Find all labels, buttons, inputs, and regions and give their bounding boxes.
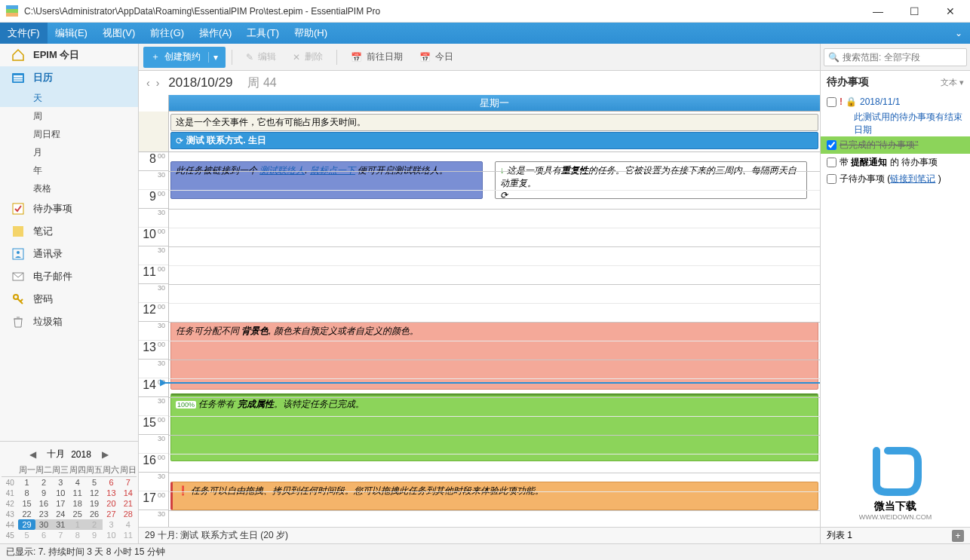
pencil-icon: ✎	[246, 52, 253, 63]
goto-date-button[interactable]: 📅前往日期	[343, 47, 410, 68]
event-completed[interactable]: 100% 任务带有 完成属性。该特定任务已完成。	[170, 393, 818, 461]
watermark: 微当下载 WWW.WEIDOWN.COM	[821, 188, 970, 527]
date-navigation: ‹› 2018/10/29 周 44	[139, 71, 820, 95]
minimize-button[interactable]: —	[864, 2, 892, 20]
search-bar: 🔍	[821, 44, 970, 71]
svg-point-10	[17, 251, 20, 254]
menu-tools[interactable]: 工具(T)	[239, 23, 287, 44]
toolbar: ＋ 创建预约 ▾ ✎编辑 ✕删除 📅前往日期 📅今日	[139, 44, 820, 71]
next-day-icon[interactable]: ›	[156, 77, 160, 89]
home-icon	[11, 47, 26, 63]
today-button[interactable]: 📅今日	[412, 47, 461, 68]
menu-goto[interactable]: 前往(G)	[143, 23, 192, 44]
titlebar: C:\Users\Administrator\AppData\Roaming\E…	[0, 0, 970, 23]
nav-trash[interactable]: 垃圾箱	[0, 311, 138, 333]
close-button[interactable]: ✕	[937, 2, 964, 20]
plus-icon: ＋	[151, 50, 160, 63]
nav-sub-schedule[interactable]: 周日程	[0, 125, 138, 143]
nav-epim-today[interactable]: EPIM 今日	[0, 44, 138, 66]
event-draggable[interactable]: ❗ 任务可以自由拖拽、拷贝到任何时间段。您可以拖拽此任务到其他时段来体验此项功能…	[170, 482, 818, 510]
event-recurring[interactable]: ↓ 这是一项具有重复性的任务。它被设置为在接下来的三周内、每隔两天自动重复。⟳	[495, 161, 807, 199]
calendar-icon	[11, 70, 26, 85]
nav-calendar[interactable]: 日历	[0, 66, 138, 89]
recur-down-icon: ↓	[500, 165, 507, 176]
svg-rect-1	[6, 9, 18, 13]
svg-rect-8	[13, 226, 23, 237]
priority-icon: !	[840, 96, 843, 109]
todo-checkbox[interactable]	[827, 174, 836, 184]
nav-sub-month[interactable]: 月	[0, 143, 138, 161]
nav-sub-day[interactable]: 天	[0, 89, 138, 107]
week-number: 周 44	[247, 75, 276, 91]
nav-contacts[interactable]: 通讯录	[0, 243, 138, 265]
nav-password[interactable]: 密码	[0, 288, 138, 311]
calendar-goto-icon: 📅	[351, 52, 362, 63]
nav-notes[interactable]: 笔记	[0, 220, 138, 243]
menu-file[interactable]: 文件(F)	[0, 23, 48, 44]
search-icon: 🔍	[828, 52, 840, 63]
svg-rect-2	[6, 13, 18, 17]
nav-sub-week[interactable]: 周	[0, 107, 138, 125]
calendar-today-icon: 📅	[419, 52, 431, 63]
key-icon	[11, 292, 26, 307]
todo-checkbox[interactable]	[827, 97, 836, 107]
right-panel: 🔍 待办事项 文本 ▾ ! 🔒 2018/11/1 此测试用的待办事项有结束日期…	[821, 44, 970, 543]
menubar: 文件(F) 编辑(E) 视图(V) 前往(G) 操作(A) 工具(T) 帮助(H…	[0, 23, 970, 44]
note-link[interactable]: 链接到笔记	[890, 173, 935, 184]
menu-help[interactable]: 帮助(H)	[287, 23, 335, 44]
mail-icon	[11, 269, 26, 284]
day-header: 星期一	[169, 95, 820, 112]
allday-section: 这是一个全天事件，它也有可能占用多天时间。 ⟳ 测试 联系方式. 生日	[139, 112, 820, 152]
event-linked-contact[interactable]: 此任务被链接到一个 测试联络人. 鼠标点一下 便可开启测试联络人。	[170, 161, 483, 199]
prev-month-icon[interactable]: ◀	[25, 449, 41, 460]
menu-chevron-icon[interactable]: ⌄	[947, 23, 970, 44]
mini-calendar[interactable]: ◀ 十月 2018 ▶ 周一周二周三周四周五周六周日 401234567 418…	[0, 441, 138, 543]
trash-icon	[11, 314, 26, 329]
add-list-button[interactable]: +	[952, 530, 964, 542]
notes-icon	[11, 224, 26, 239]
recur-icon: ⟳	[176, 136, 183, 146]
maximize-button[interactable]: ☐	[901, 2, 928, 20]
search-input[interactable]	[824, 48, 967, 66]
x-icon: ✕	[293, 52, 300, 63]
event-bgcolor[interactable]: 任务可分配不同 背景色, 颜色来自预定义或者自定义的颜色。	[170, 322, 818, 390]
todo-item[interactable]: ! 🔒 2018/11/1	[821, 93, 970, 111]
list-label[interactable]: 列表 1	[827, 529, 852, 542]
nav-mail[interactable]: 电子邮件	[0, 265, 138, 288]
todo-item-completed[interactable]: 已完成的"待办事项"	[821, 136, 970, 154]
events-area[interactable]: 此任务被链接到一个 测试联络人. 鼠标点一下 便可开启测试联络人。 ↓ 这是一项…	[169, 152, 820, 527]
checklist-icon	[11, 201, 26, 216]
birthday-event[interactable]: ⟳ 测试 联系方式. 生日	[170, 132, 818, 149]
progress-badge: 100%	[176, 401, 196, 409]
todo-checkbox[interactable]	[827, 140, 836, 150]
nav-todo[interactable]: 待办事项	[0, 197, 138, 220]
prev-day-icon[interactable]: ‹	[146, 77, 150, 89]
nav-sub-table[interactable]: 表格	[0, 179, 138, 197]
mini-cal-month: 十月	[47, 448, 65, 461]
edit-button[interactable]: ✎编辑	[238, 47, 284, 68]
recur-icon: ⟳	[500, 190, 508, 199]
view-mode-dropdown[interactable]: 文本 ▾	[941, 77, 964, 88]
create-button[interactable]: ＋ 创建预约 ▾	[143, 47, 226, 68]
schedule-footer: 29 十月: 测试 联系方式 生日 (20 岁)	[139, 527, 820, 543]
lock-icon: 🔒	[846, 96, 857, 109]
time-labels: 8003090030100030110030120030130030140030…	[139, 152, 169, 527]
menu-action[interactable]: 操作(A)	[192, 23, 239, 44]
nav-sub-year[interactable]: 年	[0, 161, 138, 179]
time-grid[interactable]: 8003090030100030110030120030130030140030…	[139, 152, 820, 527]
priority-icon: ❗	[177, 485, 191, 496]
next-month-icon[interactable]: ▶	[97, 449, 113, 460]
chevron-down-icon[interactable]: ▾	[208, 52, 218, 63]
menu-view[interactable]: 视图(V)	[95, 23, 143, 44]
contacts-icon	[11, 246, 26, 262]
statusbar: 已显示: 7. 持续时间 3 天 8 小时 15 分钟	[0, 543, 970, 560]
allday-event[interactable]: 这是一个全天事件，它也有可能占用多天时间。	[170, 114, 818, 131]
menu-edit[interactable]: 编辑(E)	[48, 23, 95, 44]
window-title: C:\Users\Administrator\AppData\Roaming\E…	[24, 6, 864, 17]
todo-item[interactable]: 带 提醒通知 的 待办事项	[821, 154, 970, 171]
todo-item[interactable]: 子待办事项 (链接到笔记 )	[821, 170, 970, 188]
svg-rect-0	[6, 5, 18, 9]
todo-checkbox[interactable]	[827, 158, 836, 167]
center-panel: ＋ 创建预约 ▾ ✎编辑 ✕删除 📅前往日期 📅今日 ‹› 2018/10/29…	[139, 44, 821, 543]
delete-button[interactable]: ✕删除	[285, 47, 330, 68]
